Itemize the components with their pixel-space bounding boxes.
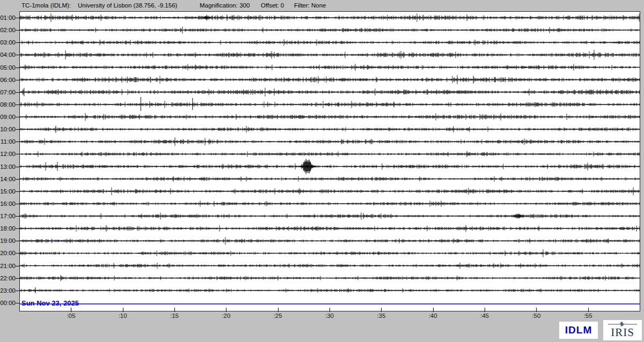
hour-label: 01:00 bbox=[0, 14, 16, 21]
minute-tick-label: :15 bbox=[164, 313, 185, 319]
minute-tick bbox=[536, 308, 537, 312]
helicorder-app-window: TC-1mola (IDLM): University of Lisbon (3… bbox=[0, 0, 644, 342]
station-code-button[interactable]: IDLM bbox=[559, 322, 598, 339]
hour-tick bbox=[16, 204, 19, 204]
hour-label: 12:00 bbox=[0, 150, 16, 158]
hour-tick bbox=[16, 142, 19, 142]
hour-label: 11:00 bbox=[0, 138, 16, 145]
iris-logo: IRIS bbox=[603, 320, 642, 340]
minute-tick-label: :10 bbox=[112, 313, 134, 319]
helicorder-plot[interactable] bbox=[19, 11, 640, 311]
hour-label: 17:00 bbox=[0, 212, 16, 220]
minute-tick-label: :40 bbox=[422, 313, 444, 319]
hour-tick bbox=[16, 92, 19, 93]
iris-logo-text: IRIS bbox=[611, 327, 634, 338]
minute-tick bbox=[174, 308, 175, 312]
minute-tick-label: :55 bbox=[577, 313, 599, 319]
minute-tick bbox=[588, 308, 589, 312]
minute-tick-label: :20 bbox=[215, 313, 237, 319]
hour-tick bbox=[16, 55, 19, 55]
hour-label: 05:00 bbox=[0, 64, 16, 71]
magnification-label: Magnification: 300 bbox=[200, 2, 250, 9]
hour-tick bbox=[16, 216, 19, 217]
minute-tick bbox=[433, 308, 434, 312]
hour-label: 23:00 bbox=[0, 287, 16, 294]
hour-tick bbox=[16, 30, 19, 31]
hour-label: 02:00 bbox=[0, 26, 16, 34]
minute-tick-label: :30 bbox=[319, 313, 340, 319]
hour-tick bbox=[16, 167, 19, 167]
hour-tick bbox=[16, 253, 19, 254]
minute-tick bbox=[226, 308, 226, 312]
hour-label: 03:00 bbox=[0, 39, 16, 46]
minute-tick bbox=[485, 308, 485, 312]
hour-tick bbox=[16, 278, 19, 279]
hour-tick bbox=[16, 80, 19, 80]
minute-tick bbox=[278, 308, 279, 312]
station-name-label: TC-1mola (IDLM): bbox=[21, 2, 71, 9]
hour-tick bbox=[16, 266, 19, 266]
hour-tick bbox=[16, 68, 19, 68]
minute-tick bbox=[381, 308, 382, 312]
minute-tick bbox=[123, 308, 123, 312]
station-location-label: University of Lisbon (38.756, -9.156) bbox=[78, 2, 177, 9]
hour-tick bbox=[16, 191, 19, 192]
offset-label: Offset: 0 bbox=[261, 2, 284, 9]
hour-tick bbox=[16, 154, 19, 154]
minute-tick-label: :35 bbox=[370, 313, 392, 319]
hour-label: 06:00 bbox=[0, 76, 16, 84]
minute-tick-label: :05 bbox=[60, 313, 82, 319]
hour-tick bbox=[16, 105, 19, 105]
hour-label: 09:00 bbox=[0, 113, 16, 121]
minute-tick-label: :45 bbox=[474, 313, 495, 319]
hour-tick bbox=[16, 241, 19, 241]
hour-label: 08:00 bbox=[0, 101, 16, 108]
minute-tick bbox=[330, 308, 330, 312]
hour-label: 04:00 bbox=[0, 51, 16, 58]
hour-label: 10:00 bbox=[0, 125, 16, 133]
hour-label: 21:00 bbox=[0, 262, 16, 270]
minute-tick-label: :25 bbox=[267, 313, 289, 319]
hour-label: 13:00 bbox=[0, 163, 16, 170]
hour-label: 14:00 bbox=[0, 175, 16, 183]
current-date-label: Sun Nov 23, 2025 bbox=[21, 299, 79, 307]
hour-tick bbox=[16, 117, 19, 117]
minute-tick bbox=[71, 308, 71, 312]
hour-tick bbox=[16, 228, 19, 229]
hour-tick bbox=[16, 42, 19, 43]
minute-tick-label: :50 bbox=[525, 313, 547, 319]
hour-tick bbox=[16, 179, 19, 180]
hour-label: 07:00 bbox=[0, 88, 16, 96]
hour-tick bbox=[16, 18, 19, 18]
hour-tick bbox=[16, 129, 19, 130]
seismogram-traces bbox=[20, 12, 640, 311]
hour-label: 20:00 bbox=[0, 249, 16, 257]
hour-tick bbox=[16, 303, 19, 303]
hour-label: 15:00 bbox=[0, 188, 16, 195]
hour-label: 16:00 bbox=[0, 200, 16, 207]
hour-label: 00:00 bbox=[0, 299, 16, 307]
hour-label: 18:00 bbox=[0, 225, 16, 232]
hour-label: 19:00 bbox=[0, 237, 16, 244]
filter-label: Filter: None bbox=[294, 2, 326, 9]
hour-label: 22:00 bbox=[0, 274, 16, 282]
hour-tick bbox=[16, 291, 19, 291]
